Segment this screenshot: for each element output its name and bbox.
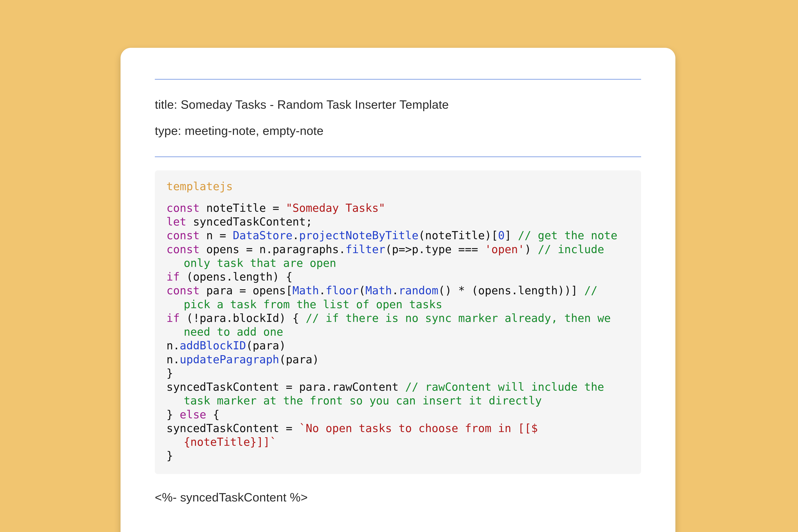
frontmatter-title: title: Someday Tasks - Random Task Inser… bbox=[155, 98, 641, 111]
code-line: let syncedTaskContent; bbox=[167, 215, 629, 229]
code-line: } else { bbox=[167, 408, 629, 421]
code-line-continuation: task marker at the front so you can inse… bbox=[167, 394, 629, 407]
code-line: const opens = n.paragraphs.filter(p=>p.t… bbox=[167, 243, 629, 256]
code-line-continuation: only task that are open bbox=[167, 256, 629, 270]
code-block: templatejs const noteTitle = "Someday Ta… bbox=[155, 170, 641, 474]
code-line: } bbox=[167, 366, 629, 380]
code-line: const noteTitle = "Someday Tasks" bbox=[167, 201, 629, 215]
code-line-continuation: pick a task from the list of open tasks bbox=[167, 298, 629, 311]
code-line: syncedTaskContent = para.rawContent // r… bbox=[167, 380, 629, 394]
code-line: const para = opens[Math.floor(Math.rando… bbox=[167, 284, 629, 297]
stage: title: Someday Tasks - Random Task Inser… bbox=[0, 0, 798, 532]
code-line-continuation: need to add one bbox=[167, 325, 629, 339]
code-line-continuation: {noteTitle}]]` bbox=[167, 435, 629, 449]
divider-bottom bbox=[155, 156, 641, 157]
code-line: n.addBlockID(para) bbox=[167, 339, 629, 353]
document-body: title: Someday Tasks - Random Task Inser… bbox=[120, 48, 676, 504]
template-output-line: <%- syncedTaskContent %> bbox=[155, 490, 641, 504]
code-line: if (opens.length) { bbox=[167, 270, 629, 284]
frontmatter: title: Someday Tasks - Random Task Inser… bbox=[155, 80, 641, 156]
code-line: } bbox=[167, 449, 629, 462]
code-line: const n = DataStore.projectNoteByTitle(n… bbox=[167, 229, 629, 242]
code-line: n.updateParagraph(para) bbox=[167, 353, 629, 366]
document-card: title: Someday Tasks - Random Task Inser… bbox=[120, 48, 676, 532]
frontmatter-type: type: meeting-note, empty-note bbox=[155, 124, 641, 137]
code-language-label: templatejs bbox=[167, 179, 629, 193]
code-line: syncedTaskContent = `No open tasks to ch… bbox=[167, 421, 629, 435]
code-line: if (!para.blockId) { // if there is no s… bbox=[167, 311, 629, 325]
